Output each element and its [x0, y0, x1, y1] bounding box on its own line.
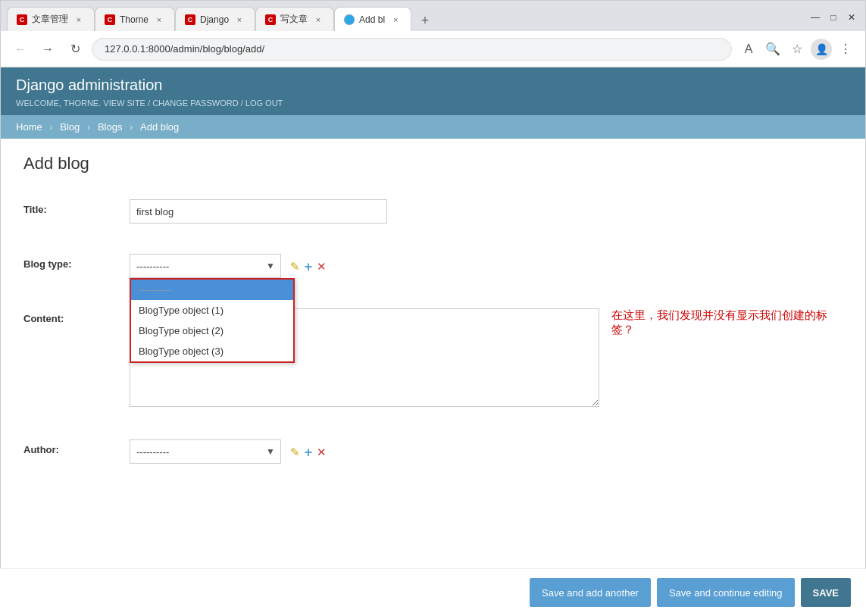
zoom-icon[interactable]: 🔍 — [762, 39, 783, 60]
logout-link[interactable]: LOG OUT — [245, 98, 283, 108]
author-label: Author: — [23, 439, 130, 455]
tab-bar: C 文章管理 × C Thorne × C Django × C 写文章 × 🌐… — [1, 1, 865, 31]
forward-button[interactable]: → — [37, 39, 58, 60]
change-password-link[interactable]: CHANGE PASSWORD — [152, 98, 238, 108]
main-content: Add blog Title: Blog type: — [1, 139, 865, 555]
tab-4-label: 写文章 — [280, 13, 308, 26]
dropdown-item-1[interactable]: BlogType object (1) — [131, 300, 293, 321]
author-select-wrapper: ---------- ▼ — [130, 439, 281, 464]
add-blog-form: Title: Blog type: ---------- BlogTy — [23, 192, 843, 471]
blog-type-dropdown-container: ---------- BlogType object (1) BlogType … — [130, 254, 281, 278]
blog-type-field: ---------- BlogType object (1) BlogType … — [130, 254, 843, 278]
save-button[interactable]: SAVE — [801, 578, 851, 607]
address-input[interactable] — [92, 38, 732, 61]
save-add-button[interactable]: Save and add another — [530, 578, 651, 607]
tab-5-label: Add bl — [359, 14, 385, 25]
tab-4[interactable]: C 写文章 × — [255, 7, 334, 31]
blog-type-dropdown-list: ---------- BlogType object (1) BlogType … — [130, 278, 295, 363]
admin-title: Django administration — [16, 77, 850, 94]
tab-1-label: 文章管理 — [32, 13, 68, 26]
tab-3[interactable]: C Django × — [175, 7, 255, 31]
back-button[interactable]: ← — [10, 39, 31, 60]
save-continue-button[interactable]: Save and continue editing — [657, 578, 795, 607]
browser-window: C 文章管理 × C Thorne × C Django × C 写文章 × 🌐… — [0, 0, 866, 616]
tab-3-label: Django — [200, 14, 229, 25]
title-label: Title: — [23, 199, 130, 215]
welcome-text: WELCOME, THORNE. — [16, 98, 101, 108]
tab-2[interactable]: C Thorne × — [95, 7, 175, 31]
reload-button[interactable]: ↻ — [64, 39, 86, 60]
dropdown-item-placeholder[interactable]: ---------- — [131, 280, 293, 300]
blog-type-select-wrapper: ---------- BlogType object (1) BlogType … — [130, 254, 281, 278]
author-select[interactable]: ---------- — [130, 439, 281, 464]
tab-5-close[interactable]: × — [389, 14, 402, 26]
blog-type-icons: ✎ + ✕ — [290, 259, 327, 275]
title-field — [130, 199, 843, 224]
form-footer: Save and add another Save and continue e… — [0, 568, 866, 616]
blog-type-label: Blog type: — [23, 254, 130, 270]
tab-3-close[interactable]: × — [233, 14, 245, 26]
toolbar-icons: A 🔍 ☆ 👤 ⋮ — [738, 39, 856, 60]
breadcrumb-home[interactable]: Home — [16, 121, 42, 133]
tab-5[interactable]: 🌐 Add bl × — [334, 7, 411, 31]
minimize-button[interactable]: — — [808, 10, 823, 25]
breadcrumb-sep-1: › — [49, 121, 55, 133]
tab-2-close[interactable]: × — [153, 14, 165, 26]
breadcrumb-blogs[interactable]: Blogs — [98, 121, 123, 133]
author-field: ---------- ▼ ✎ + ✕ — [130, 439, 843, 464]
translate-icon[interactable]: A — [738, 39, 759, 60]
tab-2-favicon: C — [105, 14, 115, 25]
window-controls: — □ ✕ — [808, 10, 859, 31]
tab-1-favicon: C — [17, 14, 27, 25]
page-title: Add blog — [23, 154, 843, 174]
breadcrumb-blog[interactable]: Blog — [60, 121, 80, 133]
close-window-button[interactable]: ✕ — [844, 10, 859, 25]
admin-header: Django administration WELCOME, THORNE. V… — [1, 67, 865, 115]
content-label: Content: — [23, 308, 130, 324]
new-tab-button[interactable]: + — [414, 10, 436, 31]
tab-5-favicon: 🌐 — [344, 14, 355, 25]
view-site-link[interactable]: VIEW SITE — [103, 98, 145, 108]
profile-icon[interactable]: 👤 — [811, 39, 832, 60]
bookmark-icon[interactable]: ☆ — [786, 39, 808, 60]
edit-author-icon[interactable]: ✎ — [290, 446, 300, 459]
author-icons: ✎ + ✕ — [290, 445, 327, 461]
blog-type-row: Blog type: ---------- BlogType object (1… — [23, 246, 843, 286]
breadcrumb-current: Add blog — [140, 121, 179, 133]
footer-spacer — [23, 486, 843, 539]
dropdown-item-3[interactable]: BlogType object (3) — [131, 341, 293, 361]
breadcrumb-sep-2: › — [87, 121, 93, 133]
delete-author-icon[interactable]: ✕ — [317, 446, 327, 459]
breadcrumb-sep-3: › — [130, 121, 136, 133]
maximize-button[interactable]: □ — [826, 10, 841, 25]
tab-4-close[interactable]: × — [312, 14, 324, 26]
tab-3-favicon: C — [185, 14, 195, 25]
tab-1-close[interactable]: × — [73, 14, 85, 26]
tab-2-label: Thorne — [120, 14, 149, 25]
annotation-text: 在这里，我们发现并没有显示我们创建的标签？ — [611, 308, 843, 337]
add-author-icon[interactable]: + — [305, 445, 313, 461]
address-bar: ← → ↻ A 🔍 ☆ 👤 ⋮ — [1, 31, 865, 67]
page-content: Django administration WELCOME, THORNE. V… — [1, 67, 865, 615]
edit-blog-type-icon[interactable]: ✎ — [290, 260, 300, 274]
tab-1[interactable]: C 文章管理 × — [7, 7, 95, 31]
blog-type-select[interactable]: ---------- BlogType object (1) BlogType … — [130, 254, 281, 278]
breadcrumb: Home › Blog › Blogs › Add blog — [1, 115, 865, 139]
title-row: Title: — [23, 192, 843, 231]
delete-blog-type-icon[interactable]: ✕ — [317, 260, 327, 274]
admin-nav: WELCOME, THORNE. VIEW SITE / CHANGE PASS… — [16, 98, 850, 108]
dropdown-item-2[interactable]: BlogType object (2) — [131, 321, 293, 341]
add-blog-type-icon[interactable]: + — [305, 259, 313, 275]
title-input[interactable] — [130, 199, 387, 224]
author-row: Author: ---------- ▼ ✎ + ✕ — [23, 432, 843, 471]
menu-icon[interactable]: ⋮ — [835, 39, 856, 60]
tab-4-favicon: C — [265, 14, 276, 25]
